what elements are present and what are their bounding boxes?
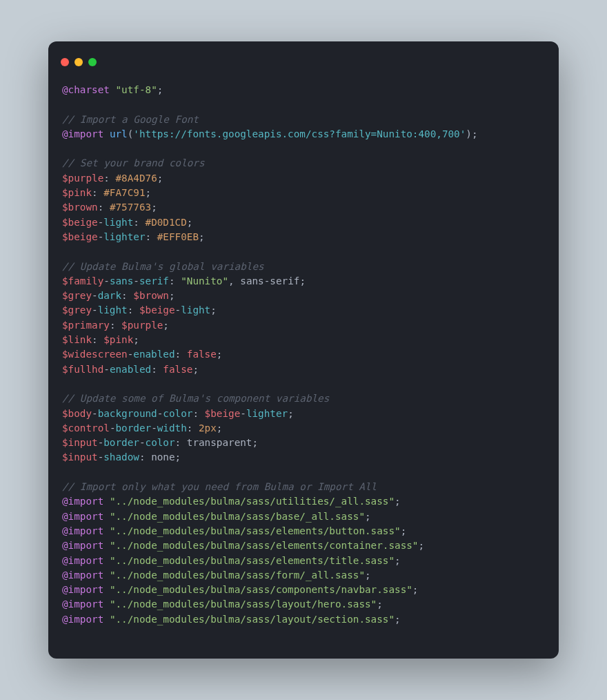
token-str: "../node_modules/bulma/sass/elements/but… [110,525,401,536]
token-punc: : [92,334,103,345]
token-str: "../node_modules/bulma/sass/utilities/_a… [110,496,395,507]
token-punc [103,525,110,536]
code-line: // Update some of Bulma's component vari… [62,393,329,404]
token-at: @charset [62,84,110,95]
token-ident: serif [270,275,299,286]
token-punc: ; [210,304,217,315]
token-punc: : [151,364,163,375]
token-at: @import [62,540,103,551]
token-punc: - [240,408,246,419]
token-ident: sans [240,275,263,286]
token-key: light [103,217,133,228]
token-var: $beige [139,304,175,315]
code-line: $grey-dark: $brown; [62,290,175,301]
token-at: @import [62,496,103,507]
code-line: $pink: #FA7C91; [62,187,151,198]
token-punc: : [192,408,204,419]
token-punc: - [103,364,110,375]
token-comment: // Import a Google Font [62,114,199,125]
token-punc: : [110,320,121,331]
code-line: $beige-lighter: #EFF0EB; [62,231,205,242]
token-punc [103,599,110,610]
token-var: $family [62,275,103,286]
token-punc: - [151,422,157,434]
token-url: 'https://fonts.googleapis.com/css?family… [133,128,466,139]
token-punc: ; [412,584,419,595]
token-var: $purple [121,320,163,331]
token-punc: : [175,349,187,360]
close-icon[interactable] [61,58,69,66]
token-punc: ; [146,187,152,198]
code-window: @charset "utf-8"; // Import a Google Fon… [48,41,559,659]
token-var: $primary [62,320,110,331]
token-var: $link [62,334,92,345]
token-punc: ; [199,231,205,242]
token-punc: ; [151,202,157,213]
code-line: $family-sans-serif: "Nunito", sans-serif… [62,275,306,286]
token-punc: : [169,275,181,286]
token-var: $grey [62,290,92,301]
code-line: @import "../node_modules/bulma/sass/comp… [62,584,418,595]
token-var: $control [62,422,110,434]
token-punc: : [139,451,151,463]
token-punc: - [92,408,98,419]
code-line: @import "../node_modules/bulma/sass/base… [62,511,371,522]
token-var: $pink [103,334,133,345]
token-punc [103,511,110,522]
token-punc [103,584,110,595]
token-punc: : [98,202,110,213]
token-punc: ; [365,570,371,581]
token-num: #D0D1CD [146,217,187,228]
token-str: "../node_modules/bulma/sass/elements/tit… [110,555,395,566]
token-at: @import [62,570,103,581]
code-line: @import url('https://fonts.googleapis.co… [62,128,478,139]
code-content[interactable]: @charset "utf-8"; // Import a Google Fon… [62,83,545,627]
code-line: $widescreen-enabled: false; [62,349,222,360]
zoom-icon[interactable] [88,58,97,66]
token-punc [103,570,110,581]
token-at: @import [62,555,103,566]
token-str: "../node_modules/bulma/sass/layout/hero.… [110,599,377,610]
token-comment: // Update some of Bulma's component vari… [62,393,329,404]
code-line: $input-border-color: transparent; [62,437,258,448]
token-punc: : [121,290,133,301]
token-key: enabled [110,364,151,375]
code-line: $purple: #8A4D76; [62,173,163,184]
token-punc: ; [395,555,401,566]
token-punc: : [175,437,187,448]
code-line: $control-border-width: 2px; [62,422,222,434]
token-str: "../node_modules/bulma/sass/base/_all.sa… [110,511,365,522]
token-punc [103,555,110,566]
token-var: $body [62,408,92,419]
token-ident: none [151,451,175,463]
token-punc: ; [401,525,407,536]
token-punc: ; [299,275,306,286]
token-punc: ; [395,614,401,625]
token-num: #757763 [110,202,151,213]
code-line: // Set your brand colors [62,157,205,168]
window-traffic-lights [61,58,545,66]
token-str: "utf-8" [115,84,157,95]
code-line: $grey-light: $beige-light; [62,304,217,315]
token-punc: ; [395,496,401,507]
token-var: $brown [62,202,98,213]
token-punc: ; [217,422,223,434]
code-line: @import "../node_modules/bulma/sass/elem… [62,555,401,566]
token-key: shadow [103,451,139,463]
code-line: // Import a Google Font [62,114,199,125]
code-line: @import "../node_modules/bulma/sass/layo… [62,614,401,625]
token-punc: : [187,422,199,434]
token-var: $pink [62,187,92,198]
token-var: $purple [62,173,103,184]
token-key: dark [98,290,121,301]
token-punc: - [98,231,104,242]
token-num: #EFF0EB [157,231,199,242]
token-at: @import [62,599,103,610]
minimize-icon[interactable] [74,58,83,66]
token-var: $beige [62,217,98,228]
token-ident: transparent [187,437,252,448]
token-punc: - [139,437,146,448]
token-fn: url [110,128,128,139]
token-punc: - [98,217,104,228]
code-line: $link: $pink; [62,334,139,345]
